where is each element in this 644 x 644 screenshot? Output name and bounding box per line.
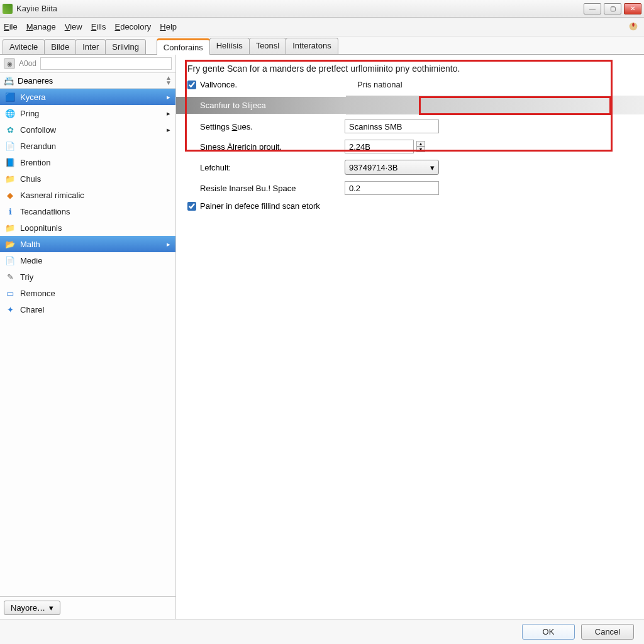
suness-spinner[interactable]: ▲▼: [416, 141, 425, 152]
spinner-icon[interactable]: ▲▼: [165, 75, 172, 86]
suness-label: Sıness Ālrericin prouit.: [187, 142, 345, 152]
tab-conforains[interactable]: Conforains: [157, 38, 210, 55]
suness-input[interactable]: [345, 140, 414, 153]
item-label: Pring: [20, 109, 39, 118]
menu-edecolory[interactable]: Edecolory: [114, 22, 151, 31]
painer-checkbox[interactable]: [187, 202, 196, 211]
item-label: Remonce: [20, 289, 55, 298]
chevron-down-icon: ▾: [49, 603, 53, 613]
item-label: Chuis: [20, 174, 41, 184]
tab-teonsl[interactable]: Teonsl: [249, 38, 287, 54]
item-icon: 🌐: [5, 108, 15, 118]
sidebar-item-pring[interactable]: 🌐Pring▸: [0, 105, 175, 121]
tab-sriiving[interactable]: Sriiving: [105, 39, 146, 54]
intro-text: Fry gente Scan for a manders de pretfect…: [187, 64, 633, 74]
painer-label: Painer in defece fillind scan etork: [200, 201, 320, 211]
row-lefchult: Lefchult: 93749714·3B ▾: [187, 160, 633, 175]
section-icon: 📇: [4, 76, 14, 86]
item-label: Medie: [20, 256, 42, 265]
chevron-right-icon: ▸: [167, 126, 170, 134]
cancel-button[interactable]: Cancel: [581, 624, 634, 640]
item-label: Charel: [20, 305, 44, 314]
content: ◉ A0od 📇 Deaneres ▲▼ 🟦Kycera▸🌐Pring▸✿Con…: [0, 55, 644, 619]
ok-button[interactable]: OK: [522, 624, 575, 640]
section-title: Deaneres: [18, 76, 53, 86]
chevron-right-icon: ▸: [167, 93, 170, 101]
menu-eills[interactable]: Eills: [91, 22, 106, 31]
sidebar: ◉ A0od 📇 Deaneres ▲▼ 🟦Kycera▸🌐Pring▸✿Con…: [0, 55, 176, 619]
titlebar: Kayiıe Biita — ▢ ✕: [0, 0, 644, 18]
sidebar-item-chuis[interactable]: 📁Chuis: [0, 170, 175, 187]
sidebar-item-rerandun[interactable]: 📄Rerandun: [0, 138, 175, 154]
menu-view[interactable]: View: [65, 22, 82, 31]
item-icon: 📄: [5, 255, 15, 265]
chevron-down-icon: ▾: [430, 163, 435, 172]
item-icon: 🟦: [5, 92, 15, 102]
item-label: Kycera: [20, 92, 45, 102]
resisle-label: Resisle Inarsel Bu.! Space: [187, 184, 345, 193]
item-label: Triy: [20, 272, 33, 282]
menu-file[interactable]: Eile: [4, 22, 18, 31]
lefchult-select[interactable]: 93749714·3B ▾: [345, 160, 439, 175]
sidebar-item-remonce[interactable]: ▭Remonce: [0, 285, 175, 301]
tab-heliisis[interactable]: Heliísis: [209, 38, 250, 54]
item-label: Rerandun: [20, 142, 56, 151]
item-icon: ▭: [5, 288, 15, 298]
nayore-label: Nayore…: [11, 603, 45, 613]
scanfur-value-empty: [346, 96, 644, 114]
nayore-dropdown[interactable]: Nayore… ▾: [4, 601, 60, 615]
item-icon: 📘: [5, 157, 15, 167]
sidebar-item-kycera[interactable]: 🟦Kycera▸: [0, 89, 175, 105]
sidebar-item-malth[interactable]: 📂Malth▸: [0, 236, 175, 252]
outer-tabs: Avitecle Bilde Inter Sriiving: [3, 39, 145, 54]
item-label: Brention: [20, 158, 50, 167]
pris-national-label: Pris national: [357, 80, 402, 89]
item-icon: ✿: [5, 125, 15, 135]
item-icon: 📂: [5, 239, 15, 249]
menubar-right-icon[interactable]: [628, 21, 640, 33]
add-label: A0od: [19, 59, 36, 68]
settings-input[interactable]: [345, 119, 439, 133]
vallvonce-checkbox[interactable]: [187, 80, 196, 89]
vallvonce-label: Vallvonce.: [200, 80, 237, 89]
sidebar-item-loopnitunis[interactable]: 📁Loopnitunis: [0, 219, 175, 236]
search-input[interactable]: [40, 57, 172, 70]
sidebar-item-brention[interactable]: 📘Brention: [0, 154, 175, 170]
sidebar-item-charel[interactable]: ✦Charel: [0, 301, 175, 318]
item-icon: 📄: [5, 141, 15, 151]
menu-manage[interactable]: Manage: [26, 22, 56, 31]
chevron-right-icon: ▸: [167, 240, 170, 248]
tab-intteratons[interactable]: Intteratons: [286, 38, 338, 54]
row-settings: Settings Sues.: [187, 119, 633, 133]
sidebar-item-kasneral-rimicalic[interactable]: ◆Kasneral rimicalic: [0, 187, 175, 203]
chevron-right-icon: ▸: [167, 109, 170, 118]
tab-inter[interactable]: Inter: [75, 39, 106, 54]
resisle-input[interactable]: [345, 181, 439, 195]
section-deaneres[interactable]: 📇 Deaneres ▲▼: [0, 73, 175, 89]
window-buttons: — ▢ ✕: [584, 3, 641, 14]
item-icon: ✦: [5, 304, 15, 314]
minimize-button[interactable]: —: [584, 3, 601, 14]
sidebar-item-medie[interactable]: 📄Medie: [0, 252, 175, 269]
item-icon: 📁: [5, 223, 15, 233]
menu-help[interactable]: Help: [160, 22, 177, 31]
app-icon: [3, 4, 13, 14]
item-label: Tecandatlions: [20, 207, 70, 216]
item-icon: ◆: [5, 190, 15, 200]
lefchult-value: 93749714·3B: [349, 163, 397, 172]
tabs-row: Avitecle Bilde Inter Sriiving Conforains…: [0, 36, 644, 55]
item-icon: 📁: [5, 174, 15, 184]
row-painer: Painer in defece fillind scan etork: [187, 201, 633, 211]
maximize-button[interactable]: ▢: [604, 3, 621, 14]
tab-bilde[interactable]: Bilde: [44, 39, 76, 54]
sidebar-item-confollow[interactable]: ✿Confollow▸: [0, 121, 175, 138]
sidebar-item-tecandatlions[interactable]: ℹTecandatlions: [0, 203, 175, 219]
sidebar-item-triy[interactable]: ✎Triy: [0, 269, 175, 285]
item-label: Kasneral rimicalic: [20, 191, 84, 200]
row-scanfur[interactable]: Scanfıur to Slijeca: [176, 96, 644, 114]
close-button[interactable]: ✕: [624, 3, 641, 14]
main-panel: Fry gente Scan for a manders de pretfect…: [176, 55, 644, 619]
item-label: Malth: [20, 240, 40, 249]
tab-avitecle[interactable]: Avitecle: [3, 39, 45, 54]
globe-icon[interactable]: ◉: [4, 58, 15, 69]
